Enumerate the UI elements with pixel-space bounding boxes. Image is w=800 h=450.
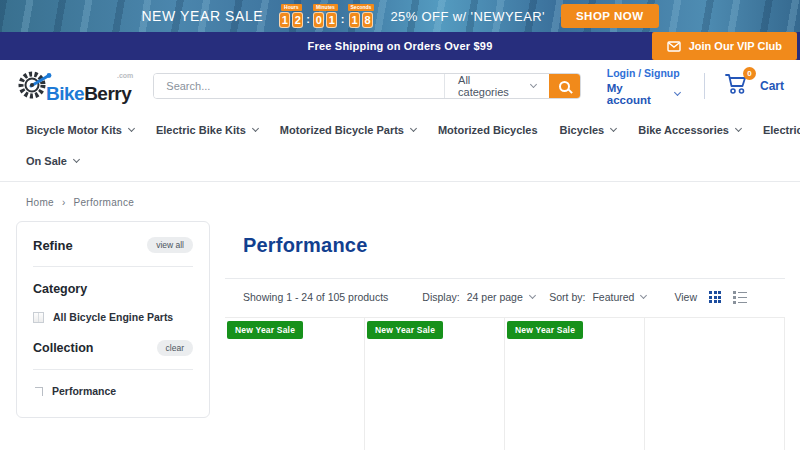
join-vip-button[interactable]: Join Our VIP Club [652,32,797,60]
chevron-down-icon [530,81,537,88]
bikeberry-logo[interactable]: BikeBerry .com [16,69,131,103]
content-area: Refine view all Category All Bicycle Eng… [0,217,800,450]
countdown-minutes-label: Minutes [313,4,338,11]
main-nav: Bicycle Motor Kits Electric Bike Kits Mo… [0,112,800,182]
countdown-digit: 1 [349,12,360,28]
countdown-seconds-label: Seconds [348,4,375,11]
product-listing: Performance Showing 1 - 24 of 105 produc… [225,221,785,450]
cart-count-badge: 0 [743,67,756,80]
my-account-label: My account [607,82,668,106]
collection-title: Collection [33,341,93,355]
countdown-seconds: Seconds 1 8 [348,4,375,28]
nav-item-bike-accessories[interactable]: Bike Accessories [638,124,741,136]
nav-label: Motorized Bicycle Parts [280,124,404,136]
sale-title: NEW YEAR SALE [141,8,263,24]
countdown-timer: Hours 1 2 : Minutes 0 1 : Seconds 1 8 [279,4,374,28]
countdown-colon: : [306,11,310,28]
view-all-button[interactable]: view all [147,237,193,253]
page-title: Performance [243,234,785,257]
countdown-minutes: Minutes 0 1 [313,4,338,28]
nav-item-bicycle-motor-kits[interactable]: Bicycle Motor Kits [26,124,134,136]
countdown-digit: 2 [292,12,303,28]
display-dropdown[interactable]: Display: 24 per page [422,291,534,303]
search-button[interactable] [549,74,580,98]
categories-dropdown[interactable]: All categories [444,74,549,98]
categories-label: All categories [458,74,522,98]
collection-item-performance[interactable]: Performance [33,385,193,397]
countdown-digit: 1 [326,12,337,28]
shop-now-button[interactable]: SHOP NOW [561,4,659,28]
nav-label: Bicycle Motor Kits [26,124,122,136]
nav-item-motorized-bicycles[interactable]: Motorized Bicycles [438,124,538,136]
sale-badge: New Year Sale [507,321,583,339]
cart-button[interactable]: 0 Cart [725,73,784,99]
showing-count: Showing 1 - 24 of 105 products [243,291,388,303]
join-vip-label: Join Our VIP Club [689,40,782,52]
nav-label: Electric Bikes [763,124,800,136]
countdown-colon: : [341,11,345,28]
sort-label: Sort by: [549,291,585,303]
product-card[interactable]: New Year Sale [225,318,365,450]
search-bar: All categories [153,73,580,99]
nav-item-bicycles[interactable]: Bicycles [560,124,617,136]
countdown-digit: 0 [313,12,324,28]
sort-dropdown[interactable]: Sort by: Featured [549,291,646,303]
product-card[interactable] [645,318,785,450]
free-shipping-message: Free Shipping on Orders Over $99 [308,40,493,52]
breadcrumb-separator: › [62,197,66,208]
logo-text: BikeBerry [46,83,131,105]
collection-item-label: Performance [52,385,116,397]
nav-item-on-sale[interactable]: On Sale [26,155,79,167]
countdown-hours: Hours 1 2 [279,4,303,28]
chevron-down-icon [410,125,417,132]
display-label: Display: [422,291,459,303]
grid-view-icon[interactable] [709,291,721,303]
breadcrumb-home[interactable]: Home [26,197,54,208]
chevron-down-icon [128,125,135,132]
site-header: BikeBerry .com All categories Login / Si… [0,60,800,112]
account-menu[interactable]: Login / Signup My account [607,67,680,106]
sale-offer-text: 25% OFF w/ 'NEWYEAR' [390,9,545,24]
countdown-digit: 8 [362,12,373,28]
sort-value: Featured [592,291,634,303]
cart-label: Cart [760,79,784,93]
logo-tld: .com [117,72,133,79]
display-value: 24 per page [467,291,523,303]
sale-badge: New Year Sale [227,321,303,339]
view-label: View [674,291,697,303]
chevron-down-icon [735,125,742,132]
envelope-icon [667,41,681,52]
sale-banner: NEW YEAR SALE Hours 1 2 : Minutes 0 1 : … [0,0,800,32]
category-item-label: All Bicycle Engine Parts [53,311,173,323]
clear-button[interactable]: clear [157,340,193,356]
chevron-down-icon [610,125,617,132]
category-thumb-icon [33,312,44,323]
refine-title: Refine [33,238,73,253]
announcement-bar: Free Shipping on Orders Over $99 Join Ou… [0,32,800,60]
my-account-link[interactable]: My account [607,82,680,106]
list-view-icon[interactable] [733,291,747,304]
divider [33,369,193,370]
header-divider [704,73,705,99]
chevron-down-icon [674,89,681,96]
breadcrumb-current: Performance [74,197,135,208]
product-card[interactable]: New Year Sale [365,318,505,450]
chevron-down-icon [640,292,647,299]
category-title: Category [33,282,193,296]
nav-label: Motorized Bicycles [438,124,538,136]
collection-thumb-icon [35,387,43,396]
chevron-down-icon [529,292,536,299]
countdown-digit: 1 [279,12,290,28]
chevron-down-icon [73,156,80,163]
product-card[interactable]: New Year Sale [505,318,645,450]
nav-item-electric-bike-kits[interactable]: Electric Bike Kits [156,124,258,136]
login-signup-link[interactable]: Login / Signup [607,67,680,79]
filter-sidebar: Refine view all Category All Bicycle Eng… [16,221,210,418]
nav-item-motorized-bicycle-parts[interactable]: Motorized Bicycle Parts [280,124,416,136]
countdown-hours-label: Hours [281,4,301,11]
nav-label: Bicycles [560,124,605,136]
nav-label: On Sale [26,155,67,167]
category-item-all-bicycle-engine-parts[interactable]: All Bicycle Engine Parts [33,311,193,323]
search-input[interactable] [154,74,444,98]
nav-item-electric-bikes[interactable]: Electric Bikes [763,124,800,136]
